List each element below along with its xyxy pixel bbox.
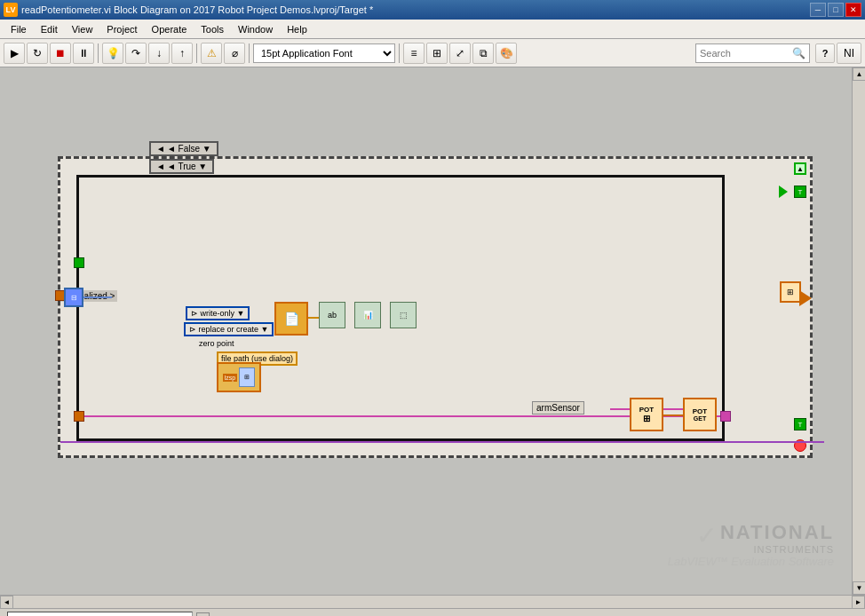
pot-icon-1: ⊞ [643, 414, 650, 423]
menu-view[interactable]: View [65, 22, 100, 36]
context-help-button[interactable]: NI [837, 43, 861, 64]
ni-logo-line3: LabVIEW™ Evaluation Software [668, 555, 834, 568]
bool-terminal-bottom-right: T [794, 418, 806, 430]
help-button[interactable]: ? [815, 43, 835, 63]
step-over-button[interactable]: ↷ [125, 43, 147, 64]
menu-help[interactable]: Help [280, 22, 314, 36]
bool-terminal-top-right: T [794, 186, 806, 198]
false-case-tab[interactable]: ◄ ◄ False ▼ [149, 141, 218, 156]
step-out-button[interactable]: ↑ [171, 43, 193, 64]
pot-block-2: POT GET [683, 398, 717, 431]
menu-project[interactable]: Project [99, 22, 144, 36]
orange-box-right: ⊞ [780, 281, 801, 303]
separator-1 [98, 43, 99, 63]
separator-3 [249, 43, 250, 63]
window-title: readPotentiometer.vi Block Diagram on 20… [21, 4, 810, 15]
distribute-button[interactable]: ⊞ [426, 43, 448, 64]
search-icon[interactable]: 🔍 [792, 47, 805, 59]
wire-orange-1 [308, 317, 319, 319]
ni-logo: ✓ NATIONAL INSTRUMENTS LabVIEW™ Evaluati… [668, 521, 834, 568]
orange-triangle [799, 290, 812, 306]
warn-button[interactable]: ⚠ [201, 43, 222, 64]
clean-diagram-button[interactable]: ⌀ [224, 43, 245, 64]
bottom-scrollbar[interactable]: ◄ ► [0, 595, 865, 608]
arm-sensor-label: armSensor [532, 401, 584, 415]
step-into-button[interactable]: ↓ [148, 43, 170, 64]
menu-window[interactable]: Window [231, 22, 280, 36]
true-case-tab[interactable]: ◄ ◄ True ▼ [149, 159, 214, 174]
color-button[interactable]: 🎨 [496, 43, 517, 64]
pot-label-1: POT [639, 406, 654, 414]
pot-block-1: POT ⊞ [630, 398, 663, 431]
menu-edit[interactable]: Edit [34, 22, 65, 36]
separator-2 [196, 43, 197, 63]
order-button[interactable]: ⧉ [472, 43, 494, 64]
title-bar: LV readPotentiometer.vi Block Diagram on… [0, 0, 865, 20]
replace-create-label: ⊳ replace or create ▼ [189, 325, 268, 334]
ni-logo-line2: INSTRUMENTS [720, 544, 834, 555]
scroll-indicator: ◄ [196, 612, 210, 616]
abort-button[interactable]: ⏹ [50, 43, 71, 64]
main-area: ✓ NATIONAL INSTRUMENTS LabVIEW™ Evaluati… [0, 67, 865, 595]
scroll-right-button[interactable]: ► [852, 596, 865, 609]
right-terminal-1 [720, 411, 731, 422]
separator-4 [399, 43, 400, 63]
file-path-block: lzsp ⊞ [217, 362, 261, 392]
ab-block: ab [319, 302, 345, 328]
maximize-button[interactable]: □ [828, 3, 844, 17]
menu-file[interactable]: File [4, 22, 34, 36]
wire-blue-left [83, 296, 112, 298]
search-box[interactable]: 🔍 [695, 43, 810, 63]
menu-operate[interactable]: Operate [145, 22, 194, 36]
app-icon: LV [4, 3, 18, 17]
canvas[interactable]: ✓ NATIONAL INSTRUMENTS LabVIEW™ Evaluati… [0, 67, 852, 595]
pot-get-label: GET [694, 415, 706, 422]
true-label: ◄ True ▼ [167, 162, 207, 171]
upper-right-terminal: ▲ [794, 162, 806, 175]
search-input[interactable] [700, 48, 789, 59]
file-write-node: 📄 [274, 302, 308, 336]
false-label: ◄ False ▼ [167, 144, 211, 154]
resize-button[interactable]: ⤢ [449, 43, 471, 64]
menu-bar: File Edit View Project Operate Tools Win… [0, 20, 865, 39]
window-controls: ─ □ ✕ [810, 3, 861, 17]
ni-logo-line1: NATIONAL [720, 521, 834, 544]
bool-arrow-right [779, 186, 788, 198]
spreadsheet-block: 📊 [354, 302, 381, 328]
false-arrow: ◄ [156, 144, 165, 154]
format-block: ⬚ [390, 302, 417, 328]
scroll-left-button[interactable]: ◄ [0, 596, 13, 609]
font-dropdown[interactable]: 15pt Application Font [253, 43, 395, 63]
right-scrollbar[interactable]: ▲ ▼ [852, 67, 865, 595]
run-continuously-button[interactable]: ↻ [27, 43, 48, 64]
menu-tools[interactable]: Tools [194, 22, 231, 36]
replace-create-dropdown[interactable]: ⊳ replace or create ▼ [184, 322, 274, 336]
scroll-up-button[interactable]: ▲ [853, 67, 865, 81]
scroll-track[interactable] [853, 81, 865, 581]
minimize-button[interactable]: ─ [810, 3, 826, 17]
write-only-label: ⊳ write-only ▼ [191, 309, 244, 318]
left-terminal-2 [74, 411, 84, 422]
wire-purple-bottom [60, 441, 824, 443]
pause-button[interactable]: ⏸ [73, 43, 94, 64]
true-arrow: ◄ [156, 162, 165, 171]
scroll-down-button[interactable]: ▼ [853, 581, 865, 595]
pot-label-2: POT [693, 407, 707, 415]
horizontal-scroll-track[interactable] [13, 596, 852, 608]
type-block-left: ⊟ [64, 288, 83, 307]
status-bar: 2017 Robot Project Demos.lvproj/Target ◄ [0, 608, 865, 616]
zero-point-label: zero point [199, 339, 234, 348]
align-button[interactable]: ≡ [403, 43, 425, 64]
project-status-label: 2017 Robot Project Demos.lvproj/Target [7, 612, 193, 617]
close-button[interactable]: ✕ [845, 3, 861, 17]
run-button[interactable]: ▶ [4, 43, 25, 64]
left-terminal-1 [74, 257, 84, 268]
toolbar: ▶ ↻ ⏹ ⏸ 💡 ↷ ↓ ↑ ⚠ ⌀ 15pt Application Fon… [0, 39, 865, 67]
write-only-dropdown[interactable]: ⊳ write-only ▼ [186, 306, 250, 320]
highlight-button[interactable]: 💡 [102, 43, 123, 64]
